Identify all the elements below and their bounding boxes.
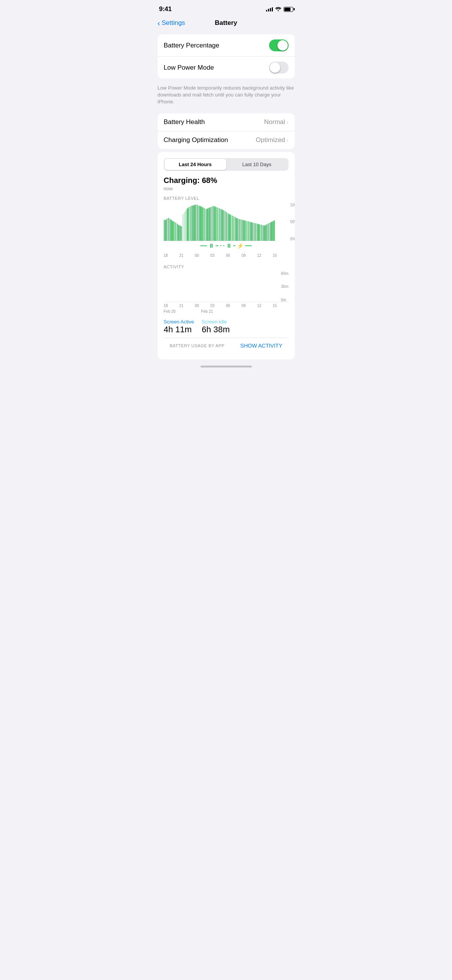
chart-card: Last 24 Hours Last 10 Days Charging: 68%… [158, 152, 295, 359]
pause-icon: ⏸ [209, 243, 214, 249]
charging-optimization-chevron: › [287, 137, 289, 143]
nav-bar: ‹ Settings Battery [152, 16, 301, 31]
screen-idle-item: Screen Idle 6h 38m [202, 319, 230, 335]
battery-level-label: BATTERY LEVEL [164, 196, 289, 201]
activity-y-labels: 60m 30m 0m [281, 271, 288, 302]
segment-24h[interactable]: Last 24 Hours [165, 159, 226, 170]
back-arrow-icon: ‹ [158, 19, 160, 28]
screen-idle-label: Screen Idle [202, 319, 230, 325]
battery-health-group: Battery Health Normal › Charging Optimiz… [158, 113, 295, 149]
activity-bars-area [164, 271, 289, 302]
battery-x-labels: 18 21 00 03 06 09 12 15 [164, 252, 289, 259]
charging-optimization-value: Optimized › [256, 136, 288, 144]
screen-active-value: 4h 11m [164, 325, 194, 335]
charging-time: now [164, 186, 289, 191]
page-title: Battery [215, 19, 237, 27]
battery-toggles-group: Battery Percentage Low Power Mode [158, 34, 295, 78]
charging-optimization-label: Charging Optimization [164, 136, 228, 144]
charging-info: Charging: 68% now [164, 176, 289, 191]
battery-level-section: BATTERY LEVEL 100% 50% 0% ⏸ • • ⏸ ⚡ 18 [164, 196, 289, 259]
battery-chart-area [164, 203, 275, 241]
charging-optimization-row[interactable]: Charging Optimization Optimized › [158, 131, 295, 149]
battery-status-icon [284, 7, 293, 12]
activity-label: ACTIVITY [164, 265, 289, 269]
show-activity-button[interactable]: SHOW ACTIVITY [240, 343, 282, 349]
wifi-icon [275, 7, 281, 12]
signal-icon [266, 7, 273, 11]
low-power-mode-label: Low Power Mode [164, 64, 214, 72]
date-sublabels: Feb 20 Feb 21 [164, 309, 289, 314]
battery-health-label: Battery Health [164, 118, 205, 126]
battery-usage-label: BATTERY USAGE BY APP [170, 343, 225, 348]
battery-y-labels: 100% 50% 0% [290, 203, 295, 241]
charge-indicator-2 [215, 245, 219, 246]
dot-2: • [223, 243, 225, 248]
dot-1: • [220, 243, 222, 248]
screen-active-label: Screen Active [164, 319, 194, 325]
back-button[interactable]: ‹ Settings [158, 19, 185, 28]
battery-health-value: Normal › [264, 118, 288, 126]
usage-summary: Screen Active 4h 11m Screen Idle 6h 38m [164, 319, 289, 335]
charging-percent: Charging: 68% [164, 176, 289, 185]
charge-indicator-4 [245, 245, 252, 246]
battery-percentage-toggle[interactable] [269, 39, 289, 51]
battery-percentage-label: Battery Percentage [164, 42, 220, 49]
home-indicator [152, 363, 301, 369]
screen-idle-value: 6h 38m [202, 325, 230, 335]
status-time: 9:41 [159, 5, 172, 13]
back-label: Settings [162, 19, 185, 27]
time-segment-control[interactable]: Last 24 Hours Last 10 Days [164, 158, 289, 171]
low-power-mode-toggle[interactable] [269, 62, 289, 74]
charge-indicator-1 [200, 245, 207, 246]
activity-chart-container: 60m 30m 0m [164, 271, 289, 302]
segment-10d[interactable]: Last 10 Days [226, 159, 288, 170]
battery-usage-footer: BATTERY USAGE BY APP SHOW ACTIVITY [164, 338, 289, 353]
charge-indicator-3 [233, 245, 235, 246]
low-power-description: Low Power Mode temporarily reduces backg… [152, 82, 301, 110]
pause-icon-2: ⏸ [226, 243, 232, 249]
screen-active-item: Screen Active 4h 11m [164, 319, 194, 335]
battery-percentage-row[interactable]: Battery Percentage [158, 34, 295, 57]
battery-health-row[interactable]: Battery Health Normal › [158, 113, 295, 131]
battery-health-chevron: › [287, 119, 289, 125]
activity-x-labels: 18 21 00 03 06 09 12 15 [164, 302, 289, 309]
home-bar [201, 366, 252, 368]
bolt-icon: ⚡ [237, 243, 243, 249]
low-power-mode-row[interactable]: Low Power Mode [158, 57, 295, 78]
charging-indicators: ⏸ • • ⏸ ⚡ [164, 241, 289, 252]
battery-chart-wrapper: 100% 50% 0% [164, 203, 289, 241]
status-icons [266, 7, 293, 12]
status-bar: 9:41 [152, 0, 301, 16]
activity-section: ACTIVITY 60m 30m 0m 18 21 00 03 06 09 12… [164, 265, 289, 314]
